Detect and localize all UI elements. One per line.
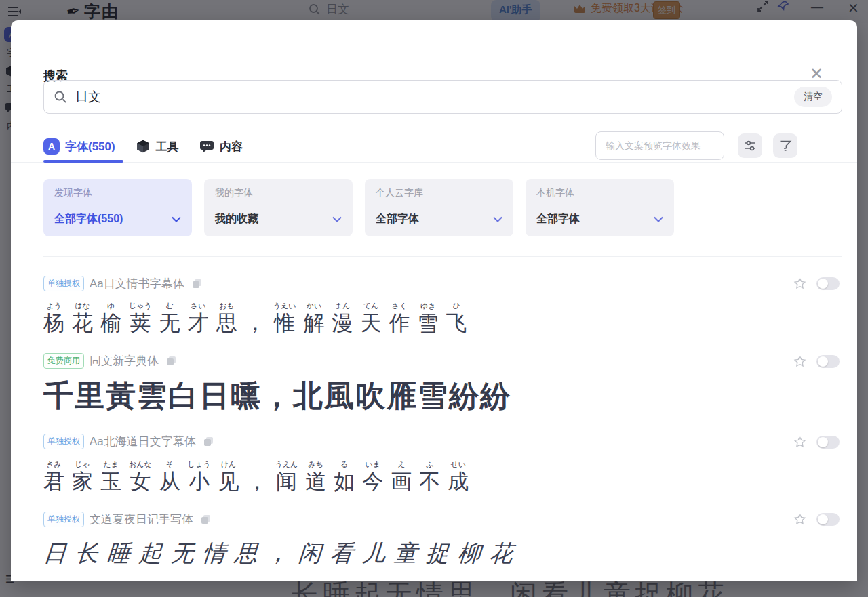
filter-button[interactable] — [773, 133, 797, 158]
copy-icon[interactable] — [200, 514, 212, 525]
filter-card-1[interactable]: 我的字体我的收藏 — [204, 179, 353, 236]
active-tab-underline — [43, 160, 123, 163]
copy-icon[interactable] — [203, 436, 214, 447]
filter-value: 全部字体 — [376, 212, 419, 226]
font-result-row: 单独授权Aa北海道日文字幕体きみ君じゃ家たま玉おんな女そ从しょう小けん见，うえん… — [43, 427, 842, 505]
filter-card-3[interactable]: 本机字体全部字体 — [526, 179, 674, 236]
toggle-knob — [818, 356, 828, 367]
app-window: ✒ 字由 日文 AI'助手 免费领取3天试用会 签到 — ✕ A — [0, 0, 868, 597]
filter-label: 本机字体 — [536, 187, 663, 205]
chevron-down-icon — [493, 216, 502, 222]
font-results: 单独授权Aa日文情书字幕体よう杨はな花ゆ榆じゃう荚む无さい才おも思，うえい惟かい… — [43, 268, 842, 580]
favorite-star-icon[interactable] — [793, 435, 807, 449]
filter-label: 个人云字库 — [376, 187, 502, 205]
search-modal: 搜索 ✕ 清空 A 字体(550) 工具 — [11, 20, 857, 581]
tab-content-label: 内容 — [220, 139, 243, 155]
filter-label: 发现字体 — [54, 187, 181, 205]
tab-tools[interactable]: 工具 — [136, 139, 179, 155]
list-divider — [43, 256, 842, 257]
chat-icon — [199, 139, 214, 154]
search-input[interactable] — [75, 89, 794, 104]
filter-funnel-icon — [778, 139, 792, 152]
toggle-knob — [818, 279, 828, 289]
font-preview-text: よう杨はな花ゆ榆じゃう荚む无さい才おも思，うえい惟かい解まん漫てん天さく作ゆき雪… — [43, 301, 842, 335]
font-name: 同文新字典体 — [90, 353, 159, 369]
favorite-star-icon[interactable] — [793, 512, 807, 527]
copy-icon[interactable] — [191, 278, 203, 289]
sliders-icon — [743, 139, 757, 152]
modal-search-box[interactable]: 清空 — [43, 80, 842, 114]
copy-icon[interactable] — [165, 355, 177, 367]
font-a-icon: A — [43, 138, 60, 155]
font-result-row: 单独授权文道夏夜日记手写体日长睡起无情思，闲看儿童捉柳花 — [43, 504, 842, 580]
chevron-down-icon — [172, 216, 181, 222]
filter-value: 我的收藏 — [215, 212, 258, 226]
filter-label: 我的字体 — [215, 187, 342, 205]
cube-icon — [136, 139, 151, 154]
font-result-row: 单独授权Aa日文情书字幕体よう杨はな花ゆ榆じゃう荚む无さい才おも思，うえい惟かい… — [43, 268, 842, 346]
activate-font-toggle[interactable] — [816, 277, 840, 290]
filter-value: 全部字体 — [536, 212, 580, 226]
license-badge: 单独授权 — [43, 434, 84, 449]
license-badge: 单独授权 — [43, 276, 84, 291]
font-preview-text: きみ君じゃ家たま玉おんな女そ从しょう小けん见，うえん闻みち道る如いま今え画ふ不せ… — [43, 459, 842, 494]
favorite-star-icon[interactable] — [793, 354, 807, 369]
license-badge: 单独授权 — [43, 512, 84, 527]
display-settings-button[interactable] — [738, 133, 762, 158]
font-name: Aa北海道日文字幕体 — [90, 434, 196, 449]
chevron-down-icon — [332, 216, 342, 222]
favorite-star-icon[interactable] — [793, 276, 807, 291]
filter-card-2[interactable]: 个人云字库全部字体 — [365, 179, 513, 236]
activate-font-toggle[interactable] — [816, 355, 840, 368]
tab-content[interactable]: 内容 — [199, 139, 243, 155]
tabs-row: A 字体(550) 工具 内容 — [43, 131, 825, 161]
font-name: Aa日文情书字幕体 — [90, 276, 184, 291]
font-preview-text: 日长睡起无情思，闲看儿童捉柳花 — [42, 538, 843, 569]
search-icon — [54, 90, 67, 104]
tabs-divider — [11, 162, 857, 163]
license-badge: 免费商用 — [43, 353, 84, 369]
preview-text-input[interactable] — [595, 131, 724, 160]
activate-font-toggle[interactable] — [816, 513, 840, 526]
toggle-knob — [818, 514, 828, 524]
filter-value: 全部字体(550) — [54, 212, 123, 226]
chevron-down-icon — [654, 216, 663, 222]
tab-tools-label: 工具 — [156, 139, 179, 155]
tab-fonts[interactable]: A 字体(550) — [43, 138, 115, 155]
tab-fonts-label: 字体(550) — [65, 139, 115, 155]
toggle-knob — [818, 437, 828, 447]
font-name: 文道夏夜日记手写体 — [90, 512, 193, 527]
filter-card-0[interactable]: 发现字体全部字体(550) — [43, 179, 192, 236]
filter-cards: 发现字体全部字体(550)我的字体我的收藏个人云字库全部字体本机字体全部字体 — [43, 179, 674, 236]
activate-font-toggle[interactable] — [816, 436, 840, 449]
font-preview-text: 千里黃雲白日曛，北風吹雁雪紛紛 — [43, 376, 842, 416]
clear-search-button[interactable]: 清空 — [794, 87, 832, 107]
font-result-row: 免费商用同文新字典体千里黃雲白日曛，北風吹雁雪紛紛 — [43, 346, 842, 427]
